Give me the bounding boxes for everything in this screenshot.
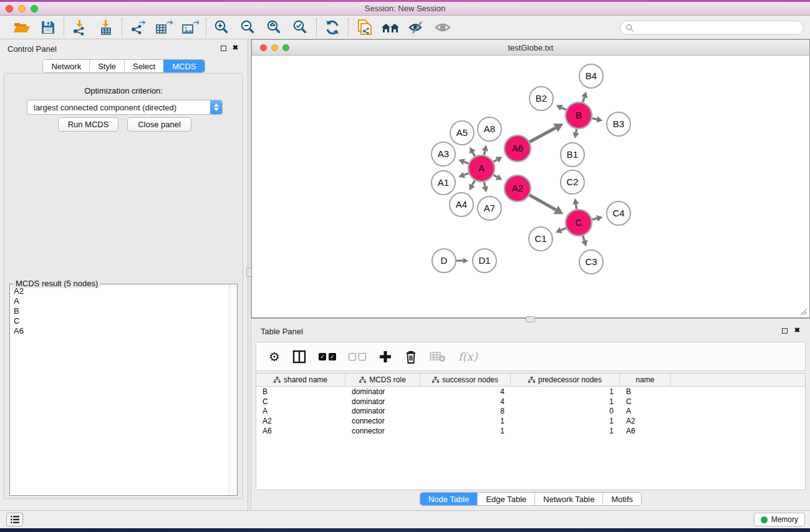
graph-node-C4[interactable]: C4 bbox=[607, 201, 630, 225]
graph-edge-A-A2[interactable] bbox=[493, 174, 502, 180]
graph-node-B1[interactable]: B1 bbox=[561, 143, 584, 167]
close-panel-button[interactable]: Close panel bbox=[127, 117, 191, 132]
search-input[interactable] bbox=[634, 24, 798, 32]
home-layout-icon[interactable] bbox=[380, 18, 400, 37]
graph-edge-C-C2[interactable] bbox=[572, 198, 579, 210]
graph-node-C[interactable]: C bbox=[566, 210, 592, 236]
table-row[interactable]: Adominator80A bbox=[256, 407, 805, 417]
zoom-out-icon[interactable] bbox=[238, 18, 258, 37]
graph-edge-A2-C[interactable] bbox=[529, 195, 563, 215]
tab-motifs[interactable]: Motifs bbox=[602, 493, 641, 505]
export-network-icon[interactable] bbox=[128, 18, 148, 37]
column-header-shared-name[interactable]: shared name bbox=[256, 374, 345, 386]
graph-node-B4[interactable]: B4 bbox=[579, 64, 603, 88]
graph-node-B2[interactable]: B2 bbox=[529, 87, 553, 110]
import-table-icon[interactable] bbox=[96, 18, 116, 37]
result-scrollbar[interactable] bbox=[229, 285, 236, 495]
refresh-icon[interactable] bbox=[322, 18, 342, 37]
zoom-selected-icon[interactable] bbox=[291, 18, 311, 37]
tab-edge-table[interactable]: Edge Table bbox=[477, 493, 534, 505]
open-session-icon[interactable] bbox=[12, 18, 32, 37]
graph-node-A6[interactable]: A6 bbox=[504, 135, 531, 162]
copy-style-icon[interactable] bbox=[354, 18, 374, 37]
settings-gear-icon[interactable]: ⚙ bbox=[269, 351, 280, 363]
show-graphics-icon[interactable] bbox=[433, 18, 453, 37]
graph-edge-A-A8[interactable] bbox=[482, 145, 488, 155]
graph-node-B3[interactable]: B3 bbox=[607, 112, 630, 136]
table-row[interactable]: A2connector11A2 bbox=[256, 416, 805, 426]
float-table-panel-icon[interactable] bbox=[782, 328, 788, 334]
memory-button[interactable]: Memory bbox=[754, 513, 805, 526]
table-row[interactable]: Bdominator41B bbox=[256, 387, 805, 397]
column-header-successor-nodes[interactable]: successor nodes bbox=[420, 374, 511, 386]
zoom-fit-icon[interactable] bbox=[264, 18, 284, 37]
graph-node-A2[interactable]: A2 bbox=[504, 175, 531, 201]
graph-edge-A-A3[interactable] bbox=[458, 159, 468, 165]
graph-edge-C-C4[interactable] bbox=[592, 215, 602, 221]
float-panel-icon[interactable] bbox=[221, 46, 226, 51]
table-row[interactable]: A6connector11A6 bbox=[256, 426, 805, 436]
graph-edge-A6-B[interactable] bbox=[529, 123, 563, 142]
export-table-icon[interactable] bbox=[154, 18, 174, 37]
graph-edge-C-C3[interactable] bbox=[581, 236, 587, 246]
result-list-item[interactable]: A6 bbox=[12, 326, 228, 336]
task-history-button[interactable] bbox=[6, 513, 23, 526]
graph-node-A3[interactable]: A3 bbox=[432, 142, 455, 166]
graph-edge-B-B1[interactable] bbox=[572, 129, 579, 139]
delete-column-icon[interactable] bbox=[405, 350, 417, 364]
save-session-icon[interactable] bbox=[38, 18, 58, 37]
graph-edge-A-A1[interactable] bbox=[458, 172, 468, 178]
result-list-item[interactable]: B bbox=[12, 306, 228, 316]
graph-node-A[interactable]: A bbox=[468, 155, 494, 181]
graph-edge-B-B4[interactable] bbox=[581, 92, 587, 102]
graph-edge-A-A6[interactable] bbox=[493, 157, 502, 163]
tab-mcds[interactable]: MCDS bbox=[163, 60, 204, 72]
graph-edge-B-B2[interactable] bbox=[556, 105, 566, 111]
splitter-grip[interactable] bbox=[526, 316, 535, 322]
column-header-predecessor-nodes[interactable]: predecessor nodes bbox=[511, 374, 620, 386]
network-canvas[interactable]: B4B2BB3A5A8A6A3B1AA1C2A2A4A7CC4C1C3DD1 bbox=[253, 56, 809, 317]
zoom-in-icon[interactable] bbox=[212, 18, 232, 37]
graph-edge-A-A7[interactable] bbox=[482, 182, 488, 193]
table-row[interactable]: Cdominator41C bbox=[256, 397, 805, 407]
tab-network-table[interactable]: Network Table bbox=[534, 493, 602, 505]
column-header-mcds-role[interactable]: MCDS role bbox=[345, 374, 420, 386]
graph-node-A1[interactable]: A1 bbox=[432, 171, 455, 195]
graph-node-A8[interactable]: A8 bbox=[478, 117, 501, 141]
graph-node-A5[interactable]: A5 bbox=[450, 121, 474, 145]
mcds-result-list[interactable]: A2ABCA6 bbox=[12, 286, 228, 493]
dropdown-stepper-icon[interactable] bbox=[210, 100, 222, 114]
graph-edge-A-A5[interactable] bbox=[470, 147, 475, 157]
network-graph[interactable]: B4B2BB3A5A8A6A3B1AA1C2A2A4A7CC4C1C3DD1 bbox=[253, 56, 809, 318]
column-header-name[interactable]: name bbox=[620, 374, 671, 386]
graph-node-C3[interactable]: C3 bbox=[579, 250, 603, 274]
result-list-item[interactable]: A2 bbox=[12, 286, 228, 296]
delete-table-icon[interactable] bbox=[430, 351, 446, 363]
select-all-checkboxes-icon[interactable]: ✓✓ bbox=[319, 353, 336, 360]
result-list-item[interactable]: A bbox=[12, 296, 228, 306]
graph-edge-D-D1[interactable] bbox=[456, 258, 468, 263]
tab-network[interactable]: Network bbox=[43, 60, 89, 72]
graph-node-D1[interactable]: D1 bbox=[473, 249, 496, 273]
graph-node-B[interactable]: B bbox=[566, 102, 592, 128]
graph-edge-B-B3[interactable] bbox=[592, 116, 602, 122]
graph-node-D[interactable]: D bbox=[432, 249, 456, 273]
graph-edge-A-A4[interactable] bbox=[470, 180, 475, 190]
optimization-criterion-dropdown[interactable]: largest connected component (directed) bbox=[27, 100, 223, 115]
tab-select[interactable]: Select bbox=[124, 60, 163, 72]
graph-node-A7[interactable]: A7 bbox=[478, 196, 501, 220]
run-mcds-button[interactable]: Run MCDS bbox=[58, 117, 118, 132]
hide-details-icon[interactable] bbox=[407, 18, 427, 37]
export-image-icon[interactable] bbox=[180, 18, 200, 37]
show-columns-icon[interactable] bbox=[292, 350, 306, 364]
close-table-panel-icon[interactable]: ✖ bbox=[794, 326, 800, 334]
window-resize-grip[interactable] bbox=[799, 307, 808, 316]
tab-node-table[interactable]: Node Table bbox=[420, 493, 478, 505]
graph-node-C2[interactable]: C2 bbox=[561, 170, 584, 194]
unselect-all-checkboxes-icon[interactable] bbox=[349, 353, 366, 360]
graph-node-C1[interactable]: C1 bbox=[529, 227, 552, 251]
tab-style[interactable]: Style bbox=[89, 60, 124, 72]
graph-node-A4[interactable]: A4 bbox=[450, 193, 473, 216]
graph-edge-C-C1[interactable] bbox=[556, 227, 566, 233]
function-builder-icon[interactable]: f(x) bbox=[458, 350, 478, 363]
